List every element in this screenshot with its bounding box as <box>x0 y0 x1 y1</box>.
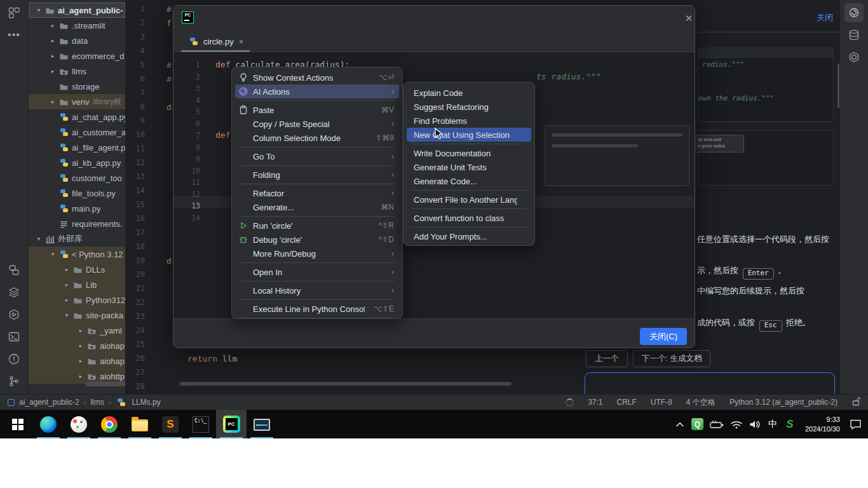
dialog-close-icon[interactable]: ✕ <box>682 12 695 25</box>
tree-item-site-packa[interactable]: ▾site-packa <box>29 308 125 323</box>
tree-item-ai-file-agent-p[interactable]: ai_file_agent.p <box>29 140 125 155</box>
menu-item-explain-code[interactable]: Explain Code <box>407 86 531 100</box>
chevron-right-icon[interactable]: ▸ <box>62 297 72 303</box>
dialog-titlebar[interactable]: PC ✕ <box>173 6 695 31</box>
more-icon[interactable]: ••• <box>4 25 24 44</box>
python-packages-icon[interactable] <box>4 261 24 280</box>
tab-close-icon[interactable]: × <box>239 37 244 46</box>
menu-item-run-circle[interactable]: Run 'circle'^⇧R <box>235 219 399 233</box>
taskbar-cmd-icon[interactable]: C:\_ <box>186 410 216 438</box>
unlock-icon[interactable] <box>851 396 860 408</box>
menu-item-convert-function-to-class[interactable]: Convert function to class <box>407 211 531 225</box>
search-q-icon[interactable]: Q <box>691 417 703 432</box>
ime-zh-icon[interactable]: 中 <box>767 417 778 432</box>
ai-assistant-icon[interactable] <box>844 3 864 22</box>
taskbar-taskmgr-icon[interactable] <box>247 410 277 438</box>
menu-item-generate-code[interactable]: Generate Code... <box>407 174 531 188</box>
taskbar-paint-icon[interactable] <box>64 410 94 438</box>
previous-step-button[interactable]: 上一个 <box>586 350 628 367</box>
taskbar-sublime-icon[interactable]: S <box>155 410 186 438</box>
menu-item-ai-actions[interactable]: AI Actions› <box>235 85 399 98</box>
breadcrumb-item[interactable]: LLMs.py <box>132 398 160 407</box>
tree-item-main-py[interactable]: main.py <box>29 201 125 216</box>
sogou-icon[interactable]: S <box>784 417 796 432</box>
tree-item-dlls[interactable]: ▸DLLs <box>29 262 125 277</box>
chevron-right-icon[interactable]: ▸ <box>48 53 58 59</box>
taskbar-explorer-icon[interactable] <box>125 410 155 438</box>
menu-item-execute-line-in-python-console[interactable]: Execute Line in Python Console⌥⇧E <box>235 302 399 316</box>
tree-item-ai-chat-app-py[interactable]: ai_chat_app.py <box>29 109 125 125</box>
taskbar-pycharm-icon[interactable]: PC <box>216 410 247 438</box>
menu-item-column-selection-mode[interactable]: Column Selection Mode⇧⌘8 <box>235 131 399 145</box>
chevron-right-icon[interactable]: ▸ <box>62 266 72 273</box>
menu-item-refactor[interactable]: Refactor› <box>235 186 399 200</box>
tab-circle-py[interactable]: circle.py × <box>181 31 250 51</box>
chevron-right-icon[interactable]: ▸ <box>76 342 86 349</box>
chevron-right-icon[interactable]: ▸ <box>48 37 58 44</box>
tree-item-data[interactable]: ▸data <box>29 33 125 48</box>
menu-item-add-your-prompts[interactable]: Add Your Prompts... <box>407 229 531 243</box>
tree-item-ai-kb-app-py[interactable]: ai_kb_app.py <box>29 155 125 170</box>
chevron-up-icon[interactable] <box>674 417 686 432</box>
taskbar-chrome-icon[interactable] <box>94 410 125 438</box>
tree-item-lib[interactable]: ▸Lib <box>29 277 125 292</box>
services-icon[interactable] <box>4 283 24 302</box>
breadcrumb-item[interactable]: llms <box>90 398 104 407</box>
status-item[interactable]: 4 个空格 <box>686 397 715 408</box>
menu-item-find-problems[interactable]: Find Problems <box>407 114 531 128</box>
tree-item-ai-customer-a[interactable]: ai_customer_a <box>29 125 125 140</box>
menu-item-paste[interactable]: Paste⌘V <box>235 103 399 117</box>
tree-item-ecommerce-d[interactable]: ▸ecommerce_d <box>29 48 125 64</box>
status-item[interactable]: CRLF <box>617 398 637 407</box>
chevron-right-icon[interactable]: ▸ <box>48 68 58 74</box>
chevron-right-icon[interactable]: ▸ <box>62 281 72 288</box>
tree-item-yaml[interactable]: ▸_yaml <box>29 323 125 338</box>
project-icon[interactable] <box>4 3 24 22</box>
editor-horizontal-scrollbar[interactable] <box>179 382 512 386</box>
volume-icon[interactable] <box>749 417 761 432</box>
chevron-right-icon[interactable]: ▸ <box>76 358 86 364</box>
tree-item-customer-too[interactable]: customer_too <box>29 170 125 186</box>
tree-item-ai-agent-public[interactable]: ▾ai_agent_public- <box>29 3 125 18</box>
tree-item-python312[interactable]: ▸Python312 <box>29 292 125 308</box>
menu-item-generate[interactable]: Generate...⌘N <box>235 200 399 214</box>
tree-item-llms[interactable]: ▸llms <box>29 64 125 79</box>
chevron-right-icon[interactable]: ▸ <box>48 98 58 105</box>
problems-icon[interactable] <box>4 349 24 369</box>
menu-item-suggest-refactoring[interactable]: Suggest Refactoring <box>407 100 531 114</box>
menu-item-debug-circle[interactable]: Debug 'circle'^⇧D <box>235 233 399 247</box>
menu-item-new-chat-using-selection[interactable]: New Chat Using Selection <box>407 128 531 142</box>
notification-center-icon[interactable] <box>850 417 862 432</box>
menu-item-convert-file-to-another-language[interactable]: Convert File to Another Language <box>407 193 531 207</box>
tree-item-python-3-12[interactable]: ▾< Python 3.12 <box>29 247 125 262</box>
taskbar-start-button[interactable] <box>3 410 33 438</box>
tree-item-venv[interactable]: ▸venvlibrary根 <box>29 94 125 109</box>
menu-item-go-to[interactable]: Go To› <box>235 149 399 163</box>
version-control-icon[interactable] <box>4 372 24 391</box>
status-item[interactable]: 37:1 <box>588 398 602 407</box>
chevron-down-icon[interactable]: ▾ <box>48 251 58 257</box>
menu-item-local-history[interactable]: Local History› <box>235 283 399 297</box>
tree-horizontal-scrollbar[interactable] <box>86 382 125 386</box>
tree-item-外部库[interactable]: ▾外部库 <box>29 231 125 247</box>
wifi-icon[interactable] <box>730 417 743 432</box>
terminal-icon[interactable] <box>4 327 24 346</box>
chevron-right-icon[interactable]: ▸ <box>48 22 58 29</box>
tree-item-storage[interactable]: storage <box>29 79 125 94</box>
next-step-button[interactable]: 下一个: 生成文档 <box>633 350 710 367</box>
taskbar-clock[interactable]: 9:33 2024/10/30 <box>805 415 840 434</box>
tree-item-streamlit[interactable]: ▸.streamlit <box>29 18 125 33</box>
menu-item-show-context-actions[interactable]: Show Context Actions⌥⏎ <box>235 71 399 85</box>
breadcrumb-item[interactable]: ai_agent_public-2 <box>19 398 79 407</box>
taskbar-edge-icon[interactable] <box>33 410 64 438</box>
database-icon[interactable] <box>844 25 864 44</box>
tree-item-file-tools-py[interactable]: file_tools.py <box>29 186 125 201</box>
battery-icon[interactable] <box>709 417 724 432</box>
chevron-down-icon[interactable]: ▾ <box>34 236 44 242</box>
dependencies-icon[interactable] <box>844 48 864 67</box>
run-hexagon-icon[interactable] <box>4 305 24 324</box>
menu-item-folding[interactable]: Folding› <box>235 168 399 182</box>
chevron-right-icon[interactable]: ▸ <box>76 373 86 379</box>
menu-item-write-documentation[interactable]: Write Documentation <box>407 146 531 160</box>
dialog-close-button[interactable]: 关闭(C) <box>640 328 687 345</box>
